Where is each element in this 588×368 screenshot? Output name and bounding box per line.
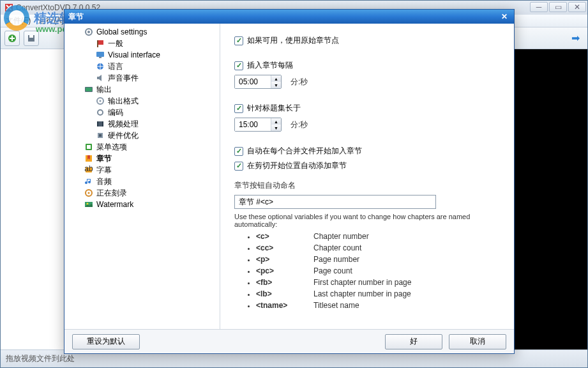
row-titleset-spinner: ▲▼ 分:秒 <box>234 118 500 132</box>
reset-defaults-button[interactable]: 重设为默认 <box>72 334 140 349</box>
preview-area <box>515 49 587 349</box>
auto-merge-label: 自动在每个合并文件开始加入章节 <box>247 146 362 157</box>
variable-item: <pc>Page count <box>256 265 500 277</box>
close-button[interactable]: ✕ <box>568 2 586 12</box>
disc-icon <box>95 96 105 106</box>
minimize-button[interactable]: ─ <box>530 2 548 12</box>
tree-subtitle[interactable]: ab 字幕 <box>64 164 220 176</box>
tree-general[interactable]: 一般 <box>64 38 220 49</box>
autoname-hint: Use these optional variables if you want… <box>234 213 500 228</box>
variable-item: <fb>First chapter number in page <box>256 277 500 288</box>
use-original-checkbox[interactable] <box>234 36 243 45</box>
svg-rect-18 <box>102 121 103 126</box>
svg-rect-8 <box>96 52 104 57</box>
variable-list: <c>Chapter number<cc>Chapter count<p>Pag… <box>256 231 500 311</box>
image-icon <box>84 199 94 210</box>
tv-icon <box>84 84 94 95</box>
tree-encoding[interactable]: 编码 <box>64 107 220 118</box>
tree-language[interactable]: 语言 <box>64 61 220 72</box>
variable-item: <p>Page number <box>256 254 500 265</box>
tree-visual-interface[interactable]: Visual interface <box>64 49 220 61</box>
spin-up-icon[interactable]: ▲ <box>271 75 281 82</box>
dialog-close-button[interactable]: ✕ <box>499 12 510 22</box>
window-buttons: ─ ▭ ✕ <box>530 2 586 12</box>
insert-unit: 分:秒 <box>290 77 308 88</box>
svg-rect-20 <box>99 134 102 137</box>
cancel-button[interactable]: 取消 <box>449 334 506 349</box>
spin-down-icon[interactable]: ▼ <box>271 125 281 131</box>
dialog-footer: 重设为默认 好 取消 <box>64 329 514 353</box>
svg-rect-9 <box>99 57 102 58</box>
variable-item: <lb>Last chapter number in page <box>256 288 500 300</box>
maximize-button[interactable]: ▭ <box>549 2 567 12</box>
tree-burning[interactable]: 正在刻录 <box>64 187 220 199</box>
row-auto-merge: 自动在每个合并文件开始加入章节 <box>234 146 500 157</box>
tree-output-format[interactable]: 输出格式 <box>64 95 220 107</box>
ok-button[interactable]: 好 <box>385 334 442 349</box>
globe-icon <box>95 61 105 72</box>
menu-icon <box>84 142 94 152</box>
autoname-input[interactable] <box>234 195 436 209</box>
autoname-label: 章节按钮自动命名 <box>234 180 500 191</box>
tree-global-settings[interactable]: Global settings <box>64 26 220 38</box>
row-titleset: 针对标题集长于 <box>234 103 500 114</box>
spin-down-icon[interactable]: ▼ <box>271 82 281 88</box>
titleset-spinner[interactable]: ▲▼ <box>234 118 282 132</box>
svg-rect-22 <box>87 145 91 149</box>
insert-every-label: 插入章节每隔 <box>247 60 293 71</box>
insert-every-spinner[interactable]: ▲▼ <box>234 75 282 89</box>
tree-watermark[interactable]: Watermark <box>64 199 220 210</box>
row-use-original: 如果可用，使用原始章节点 <box>234 35 500 46</box>
tree-output[interactable]: 输出 <box>64 84 220 95</box>
variable-item: <c>Chapter number <box>256 231 500 242</box>
svg-point-5 <box>87 31 90 33</box>
titleset-checkbox[interactable] <box>234 104 243 113</box>
svg-rect-12 <box>86 88 92 91</box>
chip-icon <box>95 130 105 141</box>
insert-every-input[interactable] <box>235 75 271 88</box>
tree-sound-events[interactable]: 声音事件 <box>64 72 220 84</box>
row-insert-spinner: ▲▼ 分:秒 <box>234 75 500 89</box>
use-original-label: 如果可用，使用原始章节点 <box>247 35 339 46</box>
bookmark-icon <box>84 153 94 164</box>
chapters-pane: 如果可用，使用原始章节点 插入章节每隔 ▲▼ 分:秒 针对标题集长于 <box>220 24 514 329</box>
variable-item: <cc>Chapter count <box>256 242 500 254</box>
text-icon: ab <box>84 165 94 175</box>
svg-point-15 <box>98 110 103 115</box>
watermark-logo <box>4 5 29 31</box>
tree-audio[interactable]: 音频 <box>64 176 220 187</box>
dialog-title: 章节 <box>68 12 84 22</box>
status-text: 拖放视频文件到此处 <box>6 353 75 364</box>
settings-tree[interactable]: Global settings 一般 Visual interface 语言 声… <box>64 24 220 329</box>
film-icon <box>95 119 105 129</box>
burn-icon <box>84 188 94 198</box>
titleset-label: 针对标题集长于 <box>247 103 301 114</box>
gear-icon <box>84 27 94 37</box>
auto-merge-checkbox[interactable] <box>234 147 243 156</box>
tree-video-processing[interactable]: 视频处理 <box>64 118 220 130</box>
spin-up-icon[interactable]: ▲ <box>271 118 281 125</box>
variable-item: <tname>Titleset name <box>256 300 500 311</box>
speaker-icon <box>95 73 105 83</box>
insert-every-checkbox[interactable] <box>234 61 243 70</box>
titleset-input[interactable] <box>235 118 271 131</box>
dialog-titlebar: 章节 ✕ <box>64 10 514 24</box>
row-insert-every: 插入章节每隔 <box>234 60 500 71</box>
cog-icon <box>95 107 105 118</box>
svg-rect-3 <box>29 35 33 38</box>
forward-icon[interactable]: ➡ <box>571 32 580 44</box>
row-auto-cut: 在剪切开始位置自动添加章节 <box>234 160 500 171</box>
svg-point-14 <box>100 100 102 102</box>
note-icon <box>84 176 94 187</box>
tree-chapters[interactable]: 章节 <box>64 153 220 164</box>
flag-icon <box>95 38 105 49</box>
auto-cut-checkbox[interactable] <box>234 162 243 171</box>
settings-dialog: 章节 ✕ Global settings 一般 Visual interface… <box>64 9 515 354</box>
tree-menu-options[interactable]: 菜单选项 <box>64 141 220 153</box>
add-button[interactable] <box>4 31 20 46</box>
svg-point-27 <box>88 192 90 194</box>
svg-rect-17 <box>97 121 98 126</box>
tree-hardware[interactable]: 硬件优化 <box>64 130 220 141</box>
titleset-unit: 分:秒 <box>290 119 308 130</box>
svg-text:ab: ab <box>84 165 93 173</box>
